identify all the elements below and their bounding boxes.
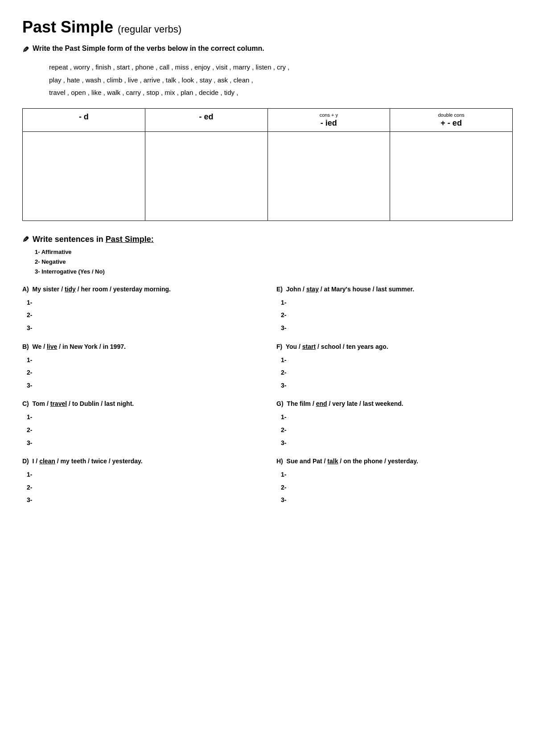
exercise-b-line3: 3- [27, 380, 259, 392]
verb-row-1-text: repeat , worry , finish , start , phone … [49, 63, 289, 71]
cell-ed [145, 131, 268, 221]
exercise-f-lines: 1- 2- 3- [281, 354, 513, 392]
verb-row-3: travel , open , like , walk , carry , st… [49, 86, 513, 99]
exercise-g-lines: 1- 2- 3- [281, 411, 513, 449]
exercise-a-line3: 3- [27, 322, 259, 334]
col-sub-double: double cons [395, 112, 507, 118]
exercise-f: F) You / start / school / ten years ago.… [276, 342, 513, 392]
section2-instruction-text: Write sentences in Past Simple: [33, 235, 154, 244]
exercise-a-line1: 1- [27, 297, 259, 309]
exercise-c-lines: 1- 2- 3- [27, 411, 259, 449]
exercise-f-line3: 3- [281, 380, 513, 392]
exercise-e-prompt: E) John / stay / at Mary's house / last … [276, 285, 513, 294]
cell-d [23, 131, 145, 221]
exercise-d-line1: 1- [27, 469, 259, 481]
step-2: 2- Negative [35, 257, 513, 267]
exercise-d: D) I / clean / my teeth / twice / yester… [22, 457, 259, 506]
section1-header: ✎ Write the Past Simple form of the verb… [22, 45, 513, 55]
exercises-left: A) My sister / tidy / her room / yesterd… [22, 285, 259, 514]
exercise-d-prompt: D) I / clean / my teeth / twice / yester… [22, 457, 259, 466]
exercise-e-line3: 3- [281, 322, 513, 334]
verb-row-3-text: travel , open , like , walk , carry , st… [49, 89, 238, 96]
exercise-d-line2: 2- [27, 482, 259, 494]
exercise-h-prompt: H) Sue and Pat / talk / on the phone / y… [276, 457, 513, 466]
verb-list: repeat , worry , finish , start , phone … [49, 61, 513, 99]
exercise-e-lines: 1- 2- 3- [281, 297, 513, 334]
col-label-double: + - ed [440, 119, 462, 127]
pencil-icon: ✎ [22, 45, 29, 55]
exercise-b-prompt: B) We / live / in New York / in 1997. [22, 342, 259, 351]
cell-double [390, 131, 513, 221]
pencil-icon-2: ✎ [22, 235, 29, 245]
col-header-ied: cons + y - ied [268, 108, 390, 131]
exercise-c-line3: 3- [27, 437, 259, 449]
section2-header: ✎ Write sentences in Past Simple: [22, 234, 513, 245]
step-3: 3- Interrogative (Yes / No) [35, 267, 513, 277]
exercise-h: H) Sue and Pat / talk / on the phone / y… [276, 457, 513, 506]
exercise-b-lines: 1- 2- 3- [27, 354, 259, 392]
exercise-a-line2: 2- [27, 309, 259, 321]
exercise-g-line3: 3- [281, 437, 513, 449]
cell-ied [268, 131, 390, 221]
exercise-a-prompt: A) My sister / tidy / her room / yesterd… [22, 285, 259, 294]
exercise-a-lines: 1- 2- 3- [27, 297, 259, 334]
exercise-e-line1: 1- [281, 297, 513, 309]
col-header-d: - d [23, 108, 145, 131]
exercise-h-line2: 2- [281, 482, 513, 494]
exercise-f-prompt: F) You / start / school / ten years ago. [276, 342, 513, 351]
exercise-e-line2: 2- [281, 309, 513, 321]
exercises-right: E) John / stay / at Mary's house / last … [276, 285, 513, 514]
exercise-g-prompt: G) The film / end / very late / last wee… [276, 399, 513, 409]
exercise-c-prompt: C) Tom / travel / to Dublin / last night… [22, 399, 259, 409]
exercise-c: C) Tom / travel / to Dublin / last night… [22, 399, 259, 449]
exercise-h-line1: 1- [281, 469, 513, 481]
exercise-c-line2: 2- [27, 424, 259, 436]
exercise-c-line1: 1- [27, 411, 259, 423]
col-header-ed: - ed [145, 108, 268, 131]
exercise-h-lines: 1- 2- 3- [281, 469, 513, 506]
instructions: 1- Affirmative 2- Negative 3- Interrogat… [35, 247, 513, 277]
col-label-ied: - ied [321, 119, 337, 127]
exercise-b-line2: 2- [27, 367, 259, 379]
col-label-d: - d [79, 112, 89, 121]
exercise-g-line2: 2- [281, 424, 513, 436]
verb-table: - d - ed cons + y - ied double cons + - … [22, 108, 513, 221]
exercise-a: A) My sister / tidy / her room / yesterd… [22, 285, 259, 334]
verb-row-1: repeat , worry , finish , start , phone … [49, 61, 513, 74]
col-label-ed: - ed [199, 112, 214, 121]
exercise-b-line1: 1- [27, 354, 259, 366]
title-regular: (regular verbs) [118, 24, 181, 35]
exercise-g: G) The film / end / very late / last wee… [276, 399, 513, 449]
section1-instruction: Write the Past Simple form of the verbs … [33, 45, 264, 53]
title-bold: Past Simple [22, 18, 113, 36]
exercise-d-line3: 3- [27, 494, 259, 506]
exercise-d-lines: 1- 2- 3- [27, 469, 259, 506]
step-1: 1- Affirmative [35, 247, 513, 257]
verb-row-2-text: play , hate , wash , climb , live , arri… [49, 76, 253, 84]
exercise-h-line3: 3- [281, 494, 513, 506]
exercise-f-line2: 2- [281, 367, 513, 379]
exercise-f-line1: 1- [281, 354, 513, 366]
col-header-double: double cons + - ed [390, 108, 513, 131]
verb-row-2: play , hate , wash , climb , live , arri… [49, 74, 513, 87]
exercise-g-line1: 1- [281, 411, 513, 423]
col-sub-ied: cons + y [273, 112, 385, 118]
exercises-container: A) My sister / tidy / her room / yesterd… [22, 285, 513, 514]
page-title: Past Simple (regular verbs) [22, 18, 513, 37]
exercise-b: B) We / live / in New York / in 1997. 1-… [22, 342, 259, 392]
exercise-e: E) John / stay / at Mary's house / last … [276, 285, 513, 334]
